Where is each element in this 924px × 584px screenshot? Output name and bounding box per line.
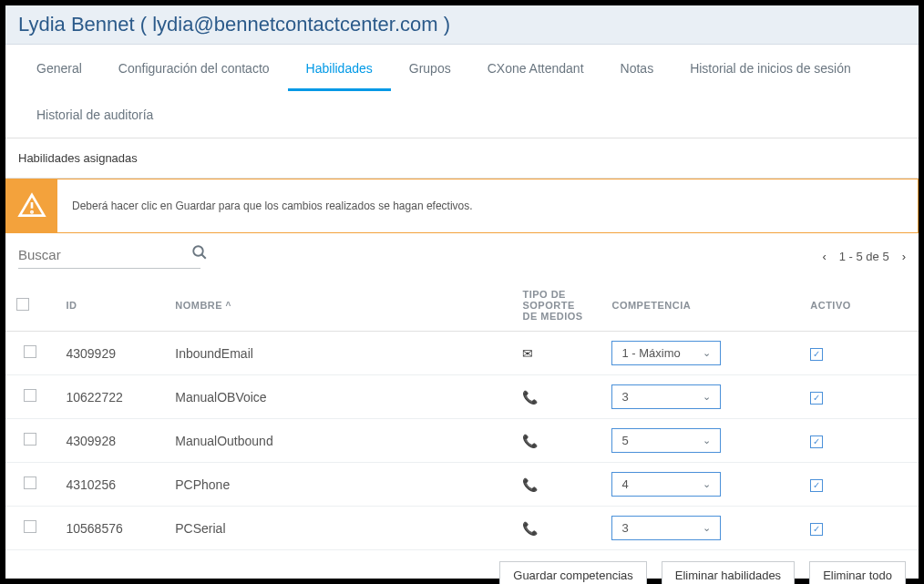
phone-icon: 📞: [522, 477, 538, 492]
cell-active: [799, 507, 919, 550]
alert-banner: Deberá hacer clic en Guardar para que lo…: [5, 179, 919, 233]
active-checkbox[interactable]: [810, 435, 823, 448]
cell-name: ManualOutbound: [164, 419, 511, 463]
tab-bar: General Configuración del contacto Habil…: [5, 45, 919, 138]
cell-proficiency: 3 ⌄: [601, 507, 799, 550]
cell-media: 📞: [511, 463, 601, 507]
cell-id: 4309928: [55, 419, 164, 463]
proficiency-value: 1 - Máximo: [621, 346, 680, 360]
cell-media: 📞: [511, 507, 601, 550]
cell-active: [799, 332, 919, 375]
cell-media: ✉: [511, 332, 601, 375]
cell-id: 4310256: [55, 463, 164, 507]
table-row: 10568576 PCSerial 📞 3 ⌄: [5, 507, 919, 550]
tab-skills[interactable]: Habilidades: [288, 45, 391, 91]
tab-groups[interactable]: Grupos: [391, 45, 469, 91]
active-checkbox[interactable]: [810, 392, 823, 405]
table-row: 4309929 InboundEmail ✉ 1 - Máximo ⌄: [5, 332, 919, 375]
col-header-proficiency[interactable]: Competencia: [601, 280, 799, 332]
row-checkbox[interactable]: [24, 389, 36, 402]
proficiency-dropdown[interactable]: 5 ⌄: [611, 428, 721, 453]
svg-point-2: [193, 246, 203, 256]
remove-all-button[interactable]: Eliminar todo: [809, 561, 906, 584]
svg-line-3: [201, 254, 206, 259]
proficiency-dropdown[interactable]: 4 ⌄: [611, 472, 721, 497]
proficiency-value: 5: [621, 434, 628, 447]
col-header-name[interactable]: Nombre: [164, 280, 511, 332]
save-button[interactable]: Guardar competencias: [499, 561, 647, 584]
page-title: Lydia Bennet ( lydia@bennetcontactcenter…: [18, 13, 906, 36]
chevron-down-icon: ⌄: [703, 522, 711, 534]
tab-cxone-attendant[interactable]: CXone Attendant: [469, 45, 602, 91]
cell-name: InboundEmail: [164, 332, 511, 375]
cell-id: 10622722: [55, 375, 164, 419]
chevron-down-icon: ⌄: [703, 347, 711, 359]
pagination: ‹ 1 - 5 de 5 ›: [822, 250, 906, 263]
page-header: Lydia Bennet ( lydia@bennetcontactcenter…: [5, 5, 919, 45]
tab-audit-history[interactable]: Historial de auditoría: [18, 91, 171, 138]
cell-active: [799, 419, 919, 463]
phone-icon: 📞: [522, 521, 538, 536]
proficiency-dropdown[interactable]: 1 - Máximo ⌄: [611, 341, 721, 365]
cell-media: 📞: [511, 375, 601, 419]
cell-active: [799, 463, 919, 507]
proficiency-dropdown[interactable]: 3 ⌄: [611, 516, 721, 540]
table-row: 4309928 ManualOutbound 📞 5 ⌄: [5, 419, 919, 463]
active-checkbox[interactable]: [810, 523, 823, 536]
tab-general[interactable]: General: [18, 45, 100, 91]
col-header-active[interactable]: Activo: [799, 280, 919, 332]
row-checkbox[interactable]: [24, 476, 36, 489]
cell-name: PCSerial: [164, 507, 511, 550]
chevron-down-icon: ⌄: [703, 435, 711, 446]
row-checkbox[interactable]: [24, 345, 36, 358]
proficiency-value: 3: [621, 390, 628, 404]
cell-id: 10568576: [55, 507, 164, 550]
tab-login-history[interactable]: Historial de inicios de sesión: [672, 45, 869, 91]
cell-proficiency: 5 ⌄: [601, 419, 799, 463]
search-icon[interactable]: [191, 244, 208, 264]
cell-proficiency: 1 - Máximo ⌄: [601, 332, 799, 375]
tab-notes[interactable]: Notas: [602, 45, 672, 91]
skills-table: ID Nombre Tipo de soporte de medios Comp…: [5, 280, 919, 550]
pagination-text: 1 - 5 de 5: [839, 250, 889, 263]
page-next[interactable]: ›: [902, 250, 906, 263]
proficiency-dropdown[interactable]: 3 ⌄: [611, 384, 721, 409]
search-box: [18, 244, 200, 269]
cell-active: [799, 375, 919, 419]
remove-button[interactable]: Eliminar habilidades: [662, 561, 795, 584]
proficiency-value: 4: [621, 477, 628, 491]
row-checkbox[interactable]: [24, 520, 36, 533]
alert-text: Deberá hacer clic en Guardar para que lo…: [57, 179, 918, 232]
phone-icon: 📞: [522, 434, 538, 448]
phone-icon: 📞: [522, 390, 538, 405]
active-checkbox[interactable]: [810, 348, 823, 361]
chevron-down-icon: ⌄: [703, 478, 711, 490]
proficiency-value: 3: [621, 521, 628, 535]
tab-contact-config[interactable]: Configuración del contacto: [100, 45, 288, 91]
chevron-down-icon: ⌄: [703, 391, 711, 403]
col-header-id[interactable]: ID: [55, 280, 164, 332]
cell-id: 4309929: [55, 332, 164, 375]
active-checkbox[interactable]: [810, 479, 823, 492]
col-header-checkbox: [5, 280, 55, 332]
cell-name: ManualOBVoice: [164, 375, 511, 419]
footer-buttons: Guardar competencias Eliminar habilidade…: [5, 550, 919, 584]
svg-point-1: [31, 211, 32, 212]
col-header-media[interactable]: Tipo de soporte de medios: [511, 280, 601, 332]
email-icon: ✉: [522, 346, 533, 361]
cell-media: 📞: [511, 419, 601, 463]
cell-proficiency: 3 ⌄: [601, 375, 799, 419]
page-prev[interactable]: ‹: [822, 250, 826, 263]
search-input[interactable]: [18, 247, 191, 262]
cell-name: PCPhone: [164, 463, 511, 507]
row-checkbox[interactable]: [24, 433, 36, 446]
warning-icon: [6, 179, 57, 232]
table-row: 4310256 PCPhone 📞 4 ⌄: [5, 463, 919, 507]
table-row: 10622722 ManualOBVoice 📞 3 ⌄: [5, 375, 919, 419]
cell-proficiency: 4 ⌄: [601, 463, 799, 507]
section-title: Habilidades asignadas: [5, 138, 919, 179]
select-all-checkbox[interactable]: [16, 298, 29, 311]
